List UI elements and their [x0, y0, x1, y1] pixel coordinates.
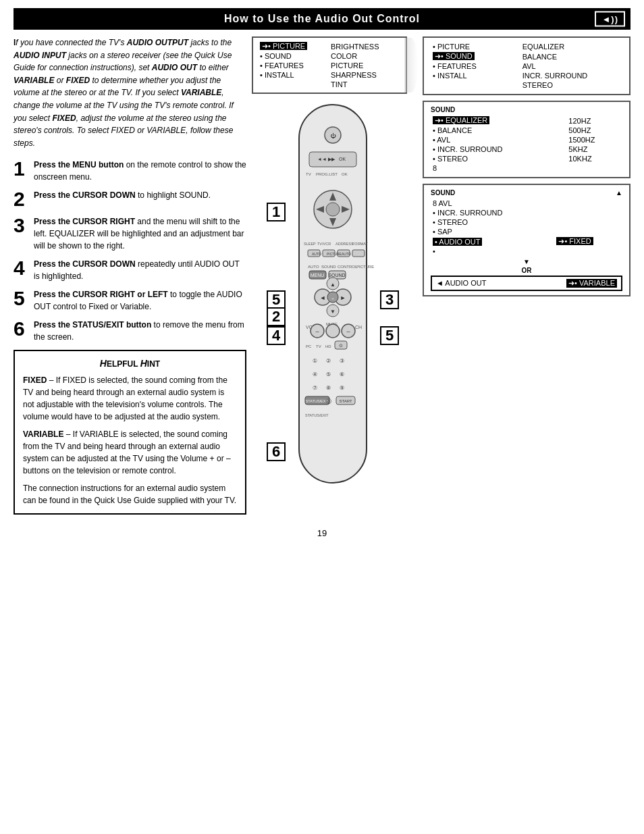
svg-text:CH: CH: [355, 325, 362, 330]
step-2-text: Press the CURSOR DOWN to highlight SOUND…: [34, 189, 211, 201]
svg-text:START: START: [339, 399, 352, 403]
step-overlay-3: 3: [380, 290, 399, 309]
osd-menu-2: • PICTURE EQUALIZER ➜• SOUND BALANCE • F…: [423, 36, 630, 95]
step-3: 3 Press the CURSOR RIGHT and the menu wi…: [14, 215, 246, 252]
svg-text:SLEEP: SLEEP: [304, 242, 316, 246]
step-3-number: 3: [14, 215, 28, 236]
svg-point-49: [326, 324, 340, 338]
step-overlay-6: 6: [267, 442, 286, 461]
step-2: 2 Press the CURSOR DOWN to highlight SOU…: [14, 189, 246, 209]
step-5-number: 5: [14, 288, 28, 309]
svg-point-15: [326, 203, 340, 216]
svg-text:⏻: ⏻: [330, 133, 336, 139]
svg-text:▶▶: ▶▶: [328, 157, 336, 161]
svg-text:SOUND: SOUND: [328, 273, 345, 278]
left-column: If you have connected the TV's AUDIO OUT…: [14, 36, 246, 515]
svg-text:HD: HD: [325, 344, 331, 348]
svg-text:OK: OK: [339, 157, 346, 161]
svg-text:⑥: ⑥: [340, 371, 344, 377]
step-overlay-4: 4: [267, 326, 286, 345]
remote-svg: ⏻ ◄◄ ▶▶ OK TV PROG.LIST OK SLEEP: [269, 98, 397, 503]
step-6: 6 Press the STATUS/EXIT button to remove…: [14, 319, 246, 343]
svg-text:–: –: [346, 328, 350, 335]
svg-text:TV: TV: [316, 344, 321, 348]
step-4-number: 4: [14, 258, 28, 278]
svg-text:⓪: ⓪: [326, 398, 331, 405]
step-4-text: Press the CURSOR DOWN repeatedly until A…: [34, 258, 246, 282]
svg-text:STATUS/EXIT: STATUS/EXIT: [305, 413, 329, 417]
step-1-text: Press the MENU button on the remote cont…: [34, 159, 246, 183]
osd-menu-4: SOUND ▲ 8 AVL • INCR. SURROUND • STEREO …: [423, 184, 630, 296]
svg-text:–: –: [315, 328, 319, 335]
step-overlay-5: 5: [267, 290, 286, 309]
svg-text:⑨: ⑨: [340, 385, 344, 391]
svg-rect-23: [352, 250, 365, 257]
svg-text:⑧: ⑧: [326, 385, 331, 391]
svg-text:TV/VCR: TV/VCR: [317, 242, 331, 246]
svg-text:⊙: ⊙: [339, 343, 343, 348]
step-4: 4 Press the CURSOR DOWN repeatedly until…: [14, 258, 246, 282]
svg-text:▲: ▲: [330, 282, 336, 288]
step-5-text: Press the CURSOR RIGHT or LEFT to toggle…: [34, 288, 246, 313]
step-3-text: Press the CURSOR RIGHT and the menu will…: [34, 215, 246, 252]
svg-text:②: ②: [326, 358, 331, 364]
svg-text:⑤: ⑤: [326, 371, 331, 377]
svg-text:AUTO: AUTO: [342, 252, 351, 256]
svg-text:+: +: [331, 296, 334, 301]
svg-text:AUTO: AUTO: [312, 252, 321, 256]
svg-text:◄: ◄: [320, 294, 326, 301]
svg-text:⑦: ⑦: [313, 385, 317, 391]
svg-text:PC: PC: [306, 344, 312, 348]
svg-text:FORMAT: FORMAT: [352, 242, 368, 246]
step-overlay-2: 2: [267, 307, 286, 326]
svg-text:①: ①: [313, 358, 317, 364]
right-menus-column: • PICTURE EQUALIZER ➜• SOUND BALANCE • F…: [419, 36, 630, 515]
step-1-number: 1: [14, 159, 28, 179]
svg-text:►: ►: [340, 294, 346, 301]
osd-menu-3: SOUND ➜• EQUALIZER 120HZ • BALANCE 500HZ…: [423, 101, 630, 178]
steps-container: 1 Press the MENU button on the remote co…: [14, 159, 246, 343]
center-column: ➜• PICTURE BRIGHTNESS • SOUND COLOR • FE…: [252, 36, 414, 515]
svg-text:PICTURE: PICTURE: [356, 265, 374, 269]
svg-text:▼: ▼: [330, 309, 336, 315]
menu-screen-1: ➜• PICTURE BRIGHTNESS • SOUND COLOR • FE…: [252, 36, 407, 94]
helpful-hint-box: HELPFUL HINT FIXED – If FIXED is selecte…: [14, 350, 246, 515]
svg-text:◄◄: ◄◄: [317, 157, 327, 161]
page-header: How to Use the Audio Out Control ◄)): [14, 8, 630, 30]
audio-icon: ◄)): [595, 11, 625, 27]
svg-text:TV: TV: [306, 172, 311, 176]
svg-text:OK: OK: [342, 172, 348, 176]
svg-text:SOUND: SOUND: [321, 265, 336, 269]
svg-text:PROG.LIST: PROG.LIST: [316, 172, 338, 176]
hint-variable: VARIABLE – If VARIABLE is selected, the …: [23, 428, 237, 477]
svg-text:ADDRESS: ADDRESS: [336, 242, 354, 246]
svg-text:AUTO: AUTO: [308, 265, 319, 269]
step-overlay-1: 1: [267, 203, 286, 221]
svg-text:④: ④: [313, 371, 317, 377]
svg-text:③: ③: [340, 358, 344, 364]
hint-title: HELPFUL HINT: [23, 358, 237, 369]
page-number: 19: [0, 528, 644, 545]
intro-text: If you have connected the TV's AUDIO OUT…: [14, 36, 246, 149]
step-6-text: Press the STATUS/EXIT button to remove t…: [34, 319, 246, 343]
step-6-number: 6: [14, 319, 28, 339]
step-1: 1 Press the MENU button on the remote co…: [14, 159, 246, 183]
step-2-number: 2: [14, 189, 28, 209]
svg-text:PICTURE: PICTURE: [327, 252, 342, 256]
page-title: How to Use the Audio Out Control: [224, 13, 420, 24]
svg-text:MENU: MENU: [311, 273, 325, 278]
remote-control: 1 5 2 4 3 5 6 ⏻ ◄◄ ▶▶ OK TV PROG.LIST: [252, 98, 414, 503]
hint-connection: The connection instructions for an exter…: [23, 482, 237, 506]
step-5: 5 Press the CURSOR RIGHT or LEFT to togg…: [14, 288, 246, 313]
hint-fixed: FIXED – If FIXED is selected, the sound …: [23, 374, 237, 423]
svg-text:CONTROL: CONTROL: [338, 265, 358, 269]
step-overlay-35: 5: [380, 326, 399, 345]
